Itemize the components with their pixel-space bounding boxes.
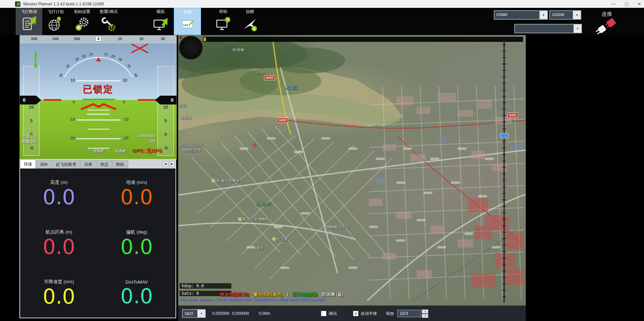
map-label: 儿童公园: [256, 202, 271, 207]
secondary-port-value: [515, 24, 573, 33]
quick-cell-dist-to-mav[interactable]: DistToMAV0.0: [98, 268, 175, 318]
map-label: 松花江: [286, 85, 298, 91]
flight-plan-icon: [48, 15, 63, 32]
map-compass-gauge: [179, 36, 203, 60]
quick-cell-label: 地速 (m/s): [126, 179, 147, 186]
toolbar-item-label: 飞行计划: [47, 9, 64, 15]
tape-value: 0: [158, 132, 173, 137]
quick-cell-label: 高度 (m): [50, 179, 68, 186]
quick-cell-label: DistToMAV: [125, 279, 148, 285]
quick-cell-label: 偏航 (deg): [126, 229, 147, 235]
toolbar-item-label: 模拟: [156, 9, 165, 15]
tab-快速[interactable]: 快速: [20, 159, 36, 168]
baud-rate-select[interactable]: 115200 ▼: [550, 11, 581, 19]
debug-checkbox[interactable]: [321, 311, 326, 316]
connect-button-label[interactable]: 连接: [602, 11, 612, 17]
autopan-label: 自动平移: [361, 311, 377, 317]
ekf-indicator[interactable]: EKF: [94, 148, 104, 154]
tab-舵机[interactable]: 舵机: [112, 160, 128, 168]
close-button[interactable]: ✕: [638, 2, 641, 6]
toolbar-item-label: 初始设置: [74, 9, 90, 15]
quick-cell-altitude[interactable]: 高度 (m)0.0: [20, 168, 98, 218]
toolbar-item-config-tuning[interactable]: 配置/调试: [95, 8, 122, 35]
zoom-decrement-button[interactable]: ▼: [422, 314, 428, 318]
toolbar-item-flight-data[interactable]: 飞行数据: [16, 8, 42, 35]
tab-仪表[interactable]: 仪表: [80, 160, 96, 168]
flight-data-icon: [21, 15, 37, 32]
pitch-label: -10: [123, 117, 134, 122]
toolbar-item-flight-plan[interactable]: 飞行计划: [42, 8, 69, 35]
chevron-down-icon[interactable]: ▼: [539, 11, 548, 19]
connect-plug-icon[interactable]: [594, 17, 619, 36]
legend-item: 警告信息(黄色): [254, 291, 283, 298]
vibe-indicator[interactable]: Vibe: [115, 148, 126, 154]
chevron-down-icon[interactable]: ▼: [573, 24, 582, 33]
poi-icon: [238, 218, 242, 221]
altitude-tape: 1050-5-10: [157, 66, 174, 156]
quick-cell-value: 0.0: [120, 237, 153, 257]
quick-cell-value: 0.0: [120, 286, 153, 306]
config-tuning-icon: [101, 15, 117, 32]
map-imagery: [178, 35, 526, 305]
chevron-down-icon[interactable]: ▼: [573, 11, 581, 19]
legend-item: 防故障 (蓝): [322, 291, 343, 298]
debug-label: 调试: [328, 311, 337, 317]
roll-mark: 10: [89, 52, 93, 57]
com-port-select[interactable]: COM3 ▼: [494, 11, 548, 19]
quick-cell-vertical-speed[interactable]: 升降速度 (m/s)0.0: [20, 268, 98, 318]
quick-panel: 高度 (m)0.0地速 (m/s)0.0航点距离 (m)0.0偏航 (deg)0…: [19, 168, 176, 318]
pitch-label: 0: [123, 100, 134, 105]
toolbar-item-donate[interactable]: 捐赠$: [236, 8, 263, 35]
pitch-line: [76, 138, 121, 139]
map-label: 胜利纪念塔: [182, 148, 201, 153]
map-panel: 0松浦镇江心岛松花江公园太阳岛尔滨人民防洪胜利纪念塔圣·索菲亚教堂儿童公园黑龙江…: [178, 35, 526, 321]
zoom-input[interactable]: 13.0: [397, 310, 421, 317]
toolbar-item-help[interactable]: 帮助?: [210, 8, 236, 35]
toolbar-item-simulation[interactable]: 模拟: [147, 8, 174, 35]
map-label: 0: [180, 36, 182, 39]
map-view[interactable]: 0松浦镇江心岛松花江公园太阳岛尔滨人民防洪胜利纪念塔圣·索菲亚教堂儿童公园黑龙江…: [178, 35, 526, 305]
toolbar-item-initial-setup[interactable]: 初始设置: [69, 8, 95, 35]
flightdata-tabs: 快速动作起飞前检查仪表状态舵机◀▶: [19, 159, 176, 168]
tab-起飞前检查[interactable]: 起飞前检查: [52, 160, 80, 168]
pitch-label: -20: [63, 136, 75, 141]
tape-value: 10: [24, 105, 39, 110]
toolbar-item-label: 帮助: [219, 9, 227, 15]
map-status-legend: 错误信息(红色)警告信息(黄色)|正常信息(绿)防故障 (蓝): [220, 291, 343, 298]
quick-cell-groundspeed[interactable]: 地速 (m/s)0.0: [98, 168, 175, 218]
hud[interactable]: 3303403500102030 60453020101020304560 10…: [19, 35, 177, 160]
map-label: 国际会议中心: [327, 225, 349, 230]
baud-rate-value: 115200: [550, 11, 573, 19]
zoom-slider-thumb[interactable]: [500, 133, 508, 138]
simulation-icon: [153, 15, 168, 32]
autopan-checkbox[interactable]: ✓: [353, 311, 358, 316]
map-label: 黑龙江省博物馆: [238, 217, 269, 222]
legend-item: 错误信息(红色): [220, 291, 249, 298]
map-zoom-slider[interactable]: [500, 38, 508, 303]
com-port-value: COM3: [494, 11, 539, 19]
help-icon: ?: [215, 15, 231, 32]
hdop-readout: hdop: 0.0: [180, 283, 231, 289]
poi-icon: [212, 179, 215, 182]
map-label: 公园: [179, 103, 186, 108]
zoom-increment-button[interactable]: ▲: [422, 309, 428, 314]
quick-cell-label: 航点距离 (m): [46, 229, 72, 235]
toolbar-item-terminal[interactable]: 终端: [174, 8, 201, 35]
quick-cell-wp-distance[interactable]: 航点距离 (m)0.0: [20, 218, 98, 268]
tab-动作[interactable]: 动作: [36, 160, 52, 168]
tab-状态[interactable]: 状态: [96, 160, 112, 168]
quick-cell-yaw[interactable]: 偏航 (deg)0.0: [98, 218, 175, 268]
maximize-button[interactable]: ▢: [625, 2, 629, 6]
legend-item: 正常信息(绿): [292, 291, 318, 298]
chevron-down-icon[interactable]: ▼: [197, 309, 205, 318]
tab-scroll-right-icon[interactable]: ▶: [169, 161, 175, 167]
secondary-port-select[interactable]: ▼: [515, 24, 582, 33]
minimize-button[interactable]: —: [611, 2, 616, 6]
map-label: 江心岛: [252, 70, 264, 75]
tab-scroll-left-icon[interactable]: ◀: [163, 161, 168, 167]
projection-select[interactable]: GEO ▼: [182, 309, 205, 318]
pitch-label: 10: [123, 78, 134, 83]
altitude-readout: 0.00m: [259, 311, 270, 316]
map-attribution: Map Data, Imagery ©2017 DigitalGlobe, Te…: [180, 298, 325, 302]
pitch-line: [76, 80, 121, 81]
